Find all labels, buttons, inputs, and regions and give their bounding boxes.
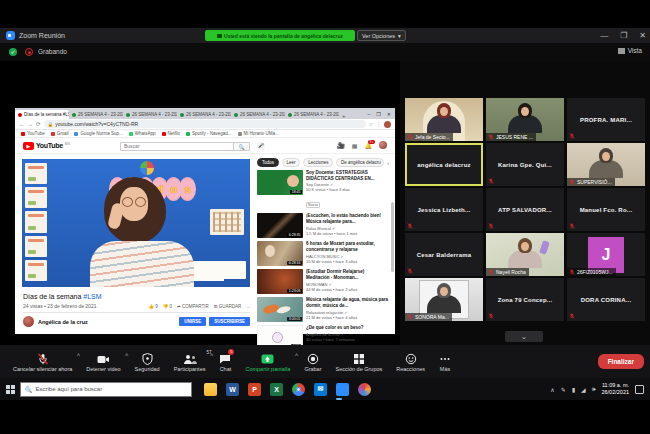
suggested-video[interactable]: 1:23:06(Estudiar Dormir Relajarse) Medit… [257,269,389,294]
toolbar-shield-button[interactable]: Seguridad [128,345,167,378]
participant-tile[interactable]: angélica delacruz [405,143,483,186]
browser-tab[interactable]: 26 SEMANA 4 - 23-2021 (...✕ [231,110,285,119]
bookmark-item[interactable]: WhatsApp [129,131,156,136]
participant-tile[interactable]: ATP SALVADOR... [486,188,564,231]
participant-tile[interactable]: Nayeli Rocha [486,233,564,276]
file-explorer-icon[interactable] [204,383,217,396]
pen-icon[interactable]: ✎ [561,386,566,393]
browser-tab-active[interactable]: Días de la semana #LSM - YouT... [15,110,69,119]
view-options-button[interactable]: Ver Opciones▾ [357,30,406,41]
dislike-button[interactable]: 👎 0 [163,304,172,309]
browser-tab[interactable]: 26 SEMANA 4 - 23-2021 (...✕ [285,110,339,119]
action-center-icon[interactable] [635,385,644,394]
tray-expand-icon[interactable]: ∧ [550,386,554,393]
channel-avatar[interactable] [23,316,34,327]
paint3d-icon[interactable] [358,383,371,396]
share-button[interactable]: ➦ COMPARTIR [177,304,209,309]
close-button[interactable]: ✕ [639,31,646,40]
video-thumbnail[interactable]: 6:28:16 [257,241,303,266]
toolbar-chat-button[interactable]: Chat5 [212,345,238,378]
create-video-icon[interactable]: 🎥 [337,142,345,149]
subscribe-button[interactable]: SUSCRIBIRSE [209,317,250,326]
video-thumbnail[interactable]: 3:00:01 [257,297,303,322]
notifications-bell-icon[interactable]: 🔔9+ [365,142,373,149]
toolbar-more-button[interactable]: Más [432,345,458,378]
apps-grid-icon[interactable]: ▦ [352,142,358,149]
video-thumbnail[interactable]: 18:45 [257,170,303,195]
omnibox-actions[interactable]: ☆⋮ [369,121,381,127]
video-thumbnail[interactable]: 1:23:06 [257,269,303,294]
participant-tile[interactable]: JESUS RENE ... [486,98,564,141]
toolbar-mic-muted-button[interactable]: Cancelar silenciar ahora˄ [6,345,79,378]
youtube-search-input[interactable] [121,143,233,149]
start-button[interactable] [0,378,20,400]
video-player[interactable]: enidos [22,159,250,287]
bookmark-item[interactable]: Netflix [162,131,181,136]
collapse-grid-button[interactable]: ⌄ [505,331,543,342]
participant-tile[interactable]: Jefa de Secto... [405,98,483,141]
browser-window-controls[interactable]: –❐✕ [368,111,395,117]
bookmark-item[interactable]: Mi Horario UMa... [238,131,279,136]
youtube-logo[interactable]: ▶ YouTube MX [23,142,70,150]
voice-search-icon[interactable]: 🎤 [257,142,265,150]
youtube-account-avatar[interactable] [379,141,387,149]
browser-tab[interactable]: 26 SEMANA 4 - 23-2021 (...✕ [177,110,231,119]
suggested-video[interactable]: 3:00:01Música relajante de agua, música … [257,297,389,322]
video-thumbnail[interactable]: 6:28:35 [257,213,303,238]
toolbar-share-screen-button[interactable]: Compartir pantalla˄ [238,345,297,378]
battery-icon[interactable]: ▮ [572,386,575,393]
hashtag-link[interactable]: #LSM [83,293,101,300]
join-button[interactable]: UNIRSE [179,317,206,326]
excel-icon[interactable]: X [270,383,283,396]
more-actions-button[interactable]: ... [246,304,250,309]
filter-chip[interactable]: De angélica delacru [336,158,384,167]
powerpoint-icon[interactable]: P [248,383,261,396]
reload-icon[interactable]: ⟳ [36,121,41,127]
network-icon[interactable]: ◢ [581,386,586,393]
taskbar-search[interactable]: 🔍 Escribe aquí para buscar [20,382,192,397]
zoom-taskbar-icon[interactable] [336,383,349,396]
forward-icon[interactable]: → [28,121,34,127]
chips-scroll-icon[interactable]: › [387,160,389,166]
toolbar-breakout-rooms-button[interactable]: Sección de Grupos [329,345,390,378]
save-button[interactable]: ⊞ GUARDAR [214,304,242,309]
suggested-video[interactable]: 6:28:166 horas de Mozart para estudiar, … [257,241,389,266]
bookmark-item[interactable]: Spotify - Navegad... [186,131,232,136]
participant-tile[interactable]: Cesar Balderrama [405,233,483,276]
participant-tile[interactable]: SUPERVISIÓ... [567,143,645,186]
participant-tile[interactable]: Manuel Fco. Ro... [567,188,645,231]
browser-tab[interactable]: 26 SEMANA 4 - 23-2021 (...✕ [69,110,123,119]
toolbar-participants-button[interactable]: Participantes57˄ [167,345,213,378]
participant-tile[interactable]: SONORA Ma... [405,278,483,321]
toolbar-camera-button[interactable]: Detener video˄ [79,345,127,378]
maximize-button[interactable]: ❐ [620,31,627,40]
suggested-video[interactable]: 6:28:35¡Escuchen, lo estás haciendo bien… [257,213,389,238]
like-button[interactable]: 👍 9 [148,304,157,309]
filter-chip[interactable]: Lecciones [303,158,333,167]
bookmark-item[interactable]: YouTube [21,131,45,136]
minimize-button[interactable]: — [600,31,608,40]
toolbar-record-button[interactable]: Grabar [297,345,328,378]
browser-profile-avatar[interactable] [384,121,391,128]
word-icon[interactable]: W [226,383,239,396]
youtube-search-button[interactable]: 🔍 [233,143,249,150]
filter-chip[interactable]: Todos [257,158,279,167]
url-omnibox[interactable]: 🔒 youtube.com/watch?v=C4yCTND-RR [44,120,366,128]
toolbar-reactions-button[interactable]: Reacciones [389,345,432,378]
participant-tile[interactable]: PROFRA. MARI... [567,98,645,141]
participant-tile[interactable]: J26FIZ0105WJ... [567,233,645,276]
browser-tab[interactable]: 26 SEMANA 4 - 23-2021 (...✕ [123,110,177,119]
scrollbar[interactable] [391,202,394,272]
bookmark-item[interactable]: Google Norma Sup... [74,131,122,136]
encryption-shield-icon[interactable]: ✓ [9,48,17,56]
taskbar-clock[interactable]: 11:09 a. m.26/02/2021 [601,382,629,396]
mail-icon[interactable]: ✉ [314,383,327,396]
filter-chip[interactable]: Leer [282,158,301,167]
channel-name[interactable]: Angélica de la cruz [38,319,88,325]
bookmark-item[interactable]: Gmail [51,131,69,136]
youtube-search-box[interactable]: 🔍 [120,142,250,151]
chrome-icon[interactable] [292,383,305,396]
suggested-video[interactable]: 18:45Soy Docente: ESTRATEGIAS DIDÁCTICAS… [257,170,389,210]
participant-tile[interactable]: DORA CORINA... [567,278,645,321]
participant-tile[interactable]: Jessica Lizbeth... [405,188,483,231]
